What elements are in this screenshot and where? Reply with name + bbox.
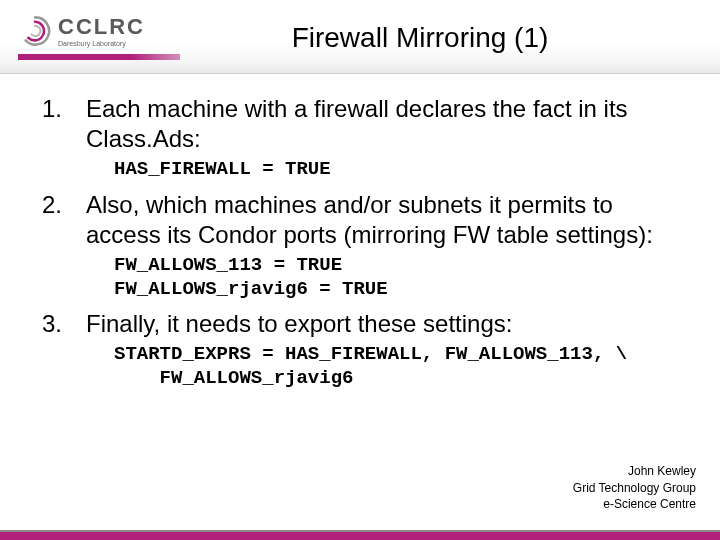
list-item-text: Each machine with a firewall declares th…: [86, 95, 628, 152]
footer-group: Grid Technology Group: [573, 480, 696, 496]
footer-author: John Kewley: [573, 463, 696, 479]
code-block: STARTD_EXPRS = HAS_FIREWALL, FW_ALLOWS_1…: [114, 343, 690, 391]
slide-title: Firewall Mirroring (1): [0, 22, 720, 54]
code-block: FW_ALLOWS_113 = TRUE FW_ALLOWS_rjavig6 =…: [114, 254, 690, 302]
footer-centre: e-Science Centre: [573, 496, 696, 512]
footer-credits: John Kewley Grid Technology Group e-Scie…: [573, 463, 696, 512]
code-block: HAS_FIREWALL = TRUE: [114, 158, 690, 182]
logo-accent-bar: [18, 54, 180, 60]
list-item: Each machine with a firewall declares th…: [30, 94, 690, 182]
bottom-accent-bar: [0, 530, 720, 540]
slide-header: CCLRC Daresbury Laboratory Firewall Mirr…: [0, 0, 720, 74]
list-item: Finally, it needs to export these settin…: [30, 309, 690, 391]
list-item-text: Also, which machines and/or subnets it p…: [86, 191, 653, 248]
numbered-list: Each machine with a firewall declares th…: [30, 94, 690, 391]
list-item-text: Finally, it needs to export these settin…: [86, 310, 512, 337]
slide-content: Each machine with a firewall declares th…: [0, 74, 720, 391]
list-item: Also, which machines and/or subnets it p…: [30, 190, 690, 302]
